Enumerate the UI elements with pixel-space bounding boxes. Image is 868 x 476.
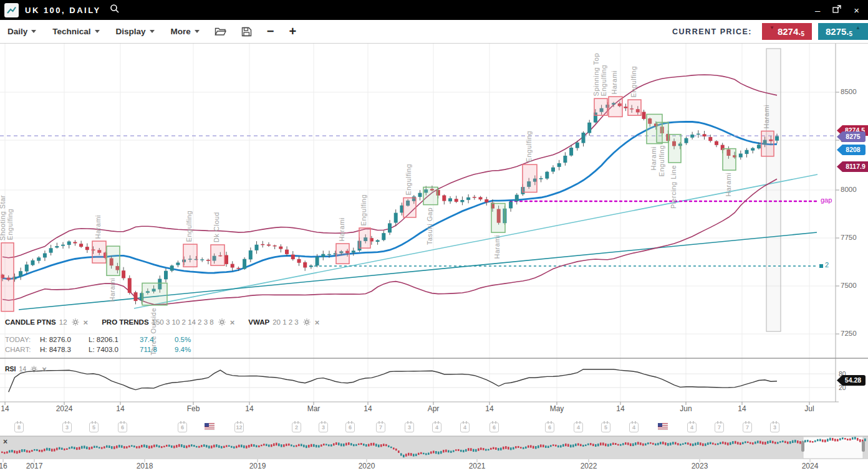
close-icon[interactable]: ×: [230, 319, 235, 326]
minimize-button[interactable]: –: [815, 6, 820, 15]
us-flag-icon[interactable]: [205, 423, 215, 431]
menu-daily[interactable]: Daily: [7, 27, 36, 36]
pattern-box-bearish: [609, 97, 622, 117]
calendar-event-icon[interactable]: 3: [319, 422, 328, 432]
candle: [563, 156, 567, 163]
calendar-event-icon[interactable]: 12: [234, 422, 244, 432]
pattern-box-bullish: [142, 283, 167, 305]
candle: [327, 254, 331, 255]
menu-more[interactable]: More: [171, 27, 200, 36]
gear-icon[interactable]: [303, 318, 311, 326]
pattern-label: Engulfing: [658, 145, 665, 176]
pattern-box-bullish: [107, 246, 120, 275]
candle: [466, 198, 470, 200]
level-line-label: 2: [825, 261, 829, 269]
zoom-in-button[interactable]: +: [289, 24, 297, 39]
zoom-out-button[interactable]: −: [267, 24, 274, 39]
navigator-right-handle[interactable]: [862, 441, 865, 452]
close-icon[interactable]: ×: [315, 319, 320, 326]
calendar-event-icon[interactable]: 5: [89, 422, 99, 432]
candle: [49, 248, 53, 252]
calendar-event-icon[interactable]: 4: [574, 422, 583, 432]
navigator-year-label: 2019: [249, 462, 266, 470]
gear-icon[interactable]: [31, 366, 37, 373]
pattern-box-bearish: [761, 131, 774, 156]
candle: [73, 242, 77, 243]
menu-technical[interactable]: Technical: [52, 27, 99, 36]
candle: [55, 246, 59, 247]
close-button[interactable]: ×: [854, 6, 859, 15]
price-badge-axis: 8117.9: [837, 161, 868, 172]
sell-price-button[interactable]: ▼ 8274.5: [762, 23, 812, 40]
gear-icon[interactable]: [218, 318, 226, 326]
candle: [515, 195, 519, 202]
save-icon[interactable]: [241, 27, 252, 37]
calendar-event-icon[interactable]: 3: [770, 422, 779, 432]
calendar-event-icon[interactable]: 8: [14, 422, 24, 432]
pattern-box-bullish: [668, 135, 681, 163]
candle: [316, 257, 319, 265]
calendar-event-icon[interactable]: 7: [376, 422, 385, 432]
navigator-year-label: 2020: [359, 462, 375, 470]
candle: [751, 148, 755, 151]
gear-icon[interactable]: [72, 318, 79, 326]
calendar-event-icon[interactable]: 4: [432, 422, 441, 432]
chevron-down-icon: [31, 30, 36, 33]
search-icon[interactable]: [110, 4, 120, 16]
candle: [231, 264, 234, 268]
pattern-label: Harami: [650, 146, 657, 170]
calendar-event-icon[interactable]: 4: [687, 422, 697, 432]
calendar-event-icon[interactable]: 6: [345, 422, 355, 432]
pattern-label: Spinning Top: [592, 53, 600, 96]
navigator-track: [0, 436, 868, 459]
calendar-event-icon[interactable]: 5: [601, 422, 610, 432]
calendar-event-icon[interactable]: 4: [460, 422, 470, 432]
candle: [25, 265, 29, 272]
navigator-left-handle[interactable]: [801, 441, 804, 452]
pattern-box-bearish: [628, 100, 641, 115]
candle: [775, 136, 779, 141]
pattern-label: Shooting Star: [0, 195, 6, 240]
candle: [236, 268, 240, 269]
candle: [297, 259, 301, 263]
candle: [690, 135, 694, 138]
candle: [19, 271, 22, 277]
calendar-event-icon[interactable]: 6: [545, 422, 554, 432]
calendar-event-icon[interactable]: 3: [62, 422, 72, 432]
calendar-event-icon[interactable]: 2: [292, 422, 301, 432]
pattern-label: Harami: [338, 217, 345, 241]
calendar-event-icon[interactable]: 7: [743, 422, 752, 432]
x-axis-label: 14: [245, 404, 253, 413]
buy-price-button[interactable]: 8275.5 ▲: [818, 23, 868, 40]
candle: [164, 271, 168, 280]
calendar-event-icon[interactable]: 6: [118, 422, 127, 432]
calendar-event-icon[interactable]: 7: [715, 422, 724, 432]
open-folder-icon[interactable]: [215, 27, 226, 37]
calendar-event-icon[interactable]: 6: [489, 422, 499, 432]
close-icon[interactable]: ×: [84, 319, 89, 326]
popout-icon[interactable]: [832, 5, 841, 15]
navigator-year-label: 2023: [692, 462, 708, 470]
x-axis-label: 14: [1, 404, 9, 413]
candle: [261, 244, 264, 245]
pattern-label: Engulfing: [600, 65, 607, 96]
candle: [587, 123, 591, 133]
menu-display[interactable]: Display: [116, 27, 155, 36]
pattern-label: Dk Cloud: [213, 212, 220, 242]
calendar-event-icon[interactable]: 3: [405, 422, 414, 432]
calendar-event-icon[interactable]: 6: [178, 422, 187, 432]
close-icon[interactable]: ×: [42, 366, 47, 373]
candle: [61, 245, 65, 246]
candle: [134, 292, 138, 301]
candle: [708, 137, 712, 141]
candle: [267, 245, 271, 246]
us-flag-icon[interactable]: [658, 423, 668, 431]
candle: [176, 263, 180, 265]
candle: [557, 163, 561, 167]
candle: [757, 145, 761, 148]
navigator-close-icon[interactable]: ×: [3, 438, 11, 445]
candle: [309, 265, 313, 267]
calendar-event-icon[interactable]: 4: [629, 422, 639, 432]
pattern-label: Piercing Line: [670, 165, 677, 209]
current-price-label: CURRENT PRICE:: [672, 20, 752, 44]
